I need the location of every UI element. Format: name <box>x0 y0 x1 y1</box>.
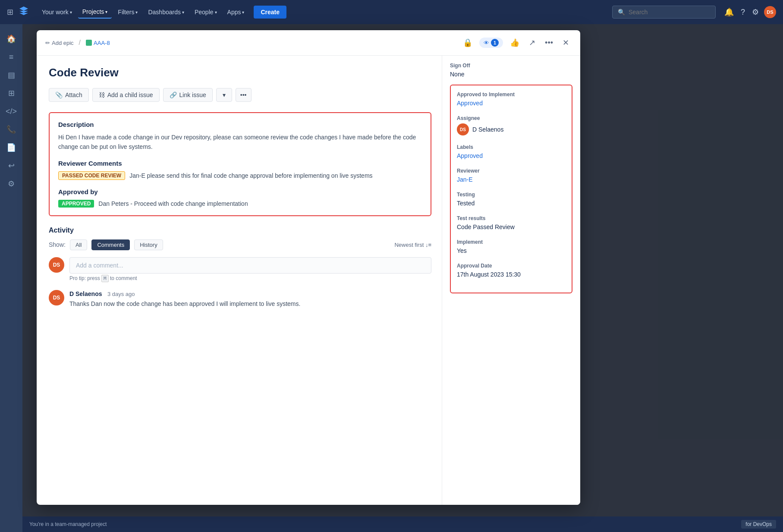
share-icon[interactable]: ↗ <box>526 36 538 49</box>
approved-by-title: Approved by <box>58 188 422 195</box>
chevron-down-icon: ▾ <box>182 10 184 15</box>
user-avatar[interactable]: DS <box>764 6 776 18</box>
bottom-chip: for DevOps <box>741 520 776 529</box>
bottom-right: for DevOps <box>741 520 776 529</box>
link-icon: 🔗 <box>170 91 177 98</box>
dropdown-button[interactable]: ▾ <box>216 88 232 102</box>
issue-title: Code Review <box>49 66 431 79</box>
field-value-labels[interactable]: Approved <box>457 152 566 159</box>
field-value-assignee[interactable]: D Selaenos <box>472 126 503 133</box>
approved-badge: APPROVED <box>58 200 94 208</box>
add-child-issue-button[interactable]: ⛓ Add a child issue <box>92 88 160 102</box>
comment-tip: Pro tip: press M to comment <box>69 275 431 281</box>
sidebar-phone-icon[interactable]: 📞 <box>3 122 19 137</box>
thumbsup-icon[interactable]: 👍 <box>507 36 522 49</box>
reviewer-comment-row: PASSED CODE REVIEW Jan-E please send thi… <box>58 171 422 180</box>
comment-input-area: DS Add a comment... Pro tip: press M to … <box>49 257 431 281</box>
keyboard-shortcut: M <box>101 275 109 282</box>
chevron-down-icon: ▾ <box>223 91 226 98</box>
comment-entry: DS D Selaenos 3 days ago Thanks Dan now … <box>49 290 431 308</box>
modal-header-actions: 🔒 👁 1 👍 ↗ ••• ✕ <box>460 36 572 49</box>
field-label: Approved to Implement <box>457 91 566 98</box>
modal-right-panel: Sign Off None Approved to Implement Appr… <box>442 56 580 505</box>
field-value-implement: Yes <box>457 247 566 254</box>
sign-off-value: None <box>450 71 572 78</box>
comment-author-avatar: DS <box>49 290 64 305</box>
show-label: Show: <box>49 241 66 248</box>
help-icon[interactable]: ? <box>739 6 747 19</box>
activity-section: Activity Show: All Comments History Newe… <box>49 227 431 308</box>
create-button[interactable]: Create <box>254 6 286 19</box>
chevron-down-icon: ▾ <box>242 10 244 15</box>
paperclip-icon: 📎 <box>55 91 63 98</box>
field-value-reviewer[interactable]: Jan-E <box>457 176 566 183</box>
lock-icon[interactable]: 🔒 <box>460 36 475 49</box>
description-box: Description Hi Den I have made a code ch… <box>49 112 431 216</box>
edit-icon: ✏ <box>45 40 50 46</box>
close-icon[interactable]: ✕ <box>560 36 572 49</box>
top-nav: ⊞ Your work ▾ Projects ▾ Filters ▾ Dashb… <box>0 0 783 24</box>
field-labels: Labels Approved <box>457 144 566 159</box>
field-label: Reviewer <box>457 168 566 174</box>
sidebar-backlog-icon[interactable]: ≡ <box>3 49 19 65</box>
filter-all-button[interactable]: All <box>70 239 87 250</box>
modal-body: Code Review 📎 Attach ⛓ Add a child issue… <box>37 56 580 505</box>
field-value-approval-date: 17th August 2023 15:30 <box>457 271 566 278</box>
sidebar-board-icon[interactable]: ▤ <box>3 67 19 83</box>
field-reviewer: Reviewer Jan-E <box>457 168 566 183</box>
more-button[interactable]: ••• <box>236 88 252 102</box>
notifications-icon[interactable]: 🔔 <box>723 6 736 19</box>
sidebar-grid-icon[interactable]: ⊞ <box>3 85 19 101</box>
breadcrumb-issue-link[interactable]: AAA-8 <box>86 40 110 46</box>
current-user-avatar: DS <box>49 257 64 273</box>
settings-icon[interactable]: ⚙ <box>750 6 761 19</box>
sign-off-section: Sign Off None <box>450 63 572 78</box>
watch-count: 1 <box>491 39 499 47</box>
issue-type-icon <box>86 40 92 46</box>
grid-icon[interactable]: ⊞ <box>7 7 13 17</box>
watch-button[interactable]: 👁 1 <box>479 38 503 48</box>
attach-button[interactable]: 📎 Attach <box>49 88 89 102</box>
field-value-testing: Tested <box>457 200 566 207</box>
issue-modal: ✏ Add epic / AAA-8 🔒 👁 1 👍 ↗ ••• ✕ Code … <box>37 30 580 505</box>
sort-button[interactable]: Newest first ↓≡ <box>394 242 431 248</box>
field-implement: Implement Yes <box>457 239 566 254</box>
nav-apps[interactable]: Apps ▾ <box>223 6 249 18</box>
nav-dashboards[interactable]: Dashboards ▾ <box>144 6 189 18</box>
filter-comments-button[interactable]: Comments <box>91 239 130 250</box>
link-issue-button[interactable]: 🔗 Link issue <box>163 88 213 102</box>
search-input[interactable] <box>629 9 710 16</box>
chevron-down-icon: ▾ <box>135 10 138 15</box>
sidebar-settings-icon[interactable]: ⚙ <box>3 176 19 192</box>
field-value-approved-implement[interactable]: Approved <box>457 100 566 107</box>
assignee-avatar: DS <box>457 123 469 135</box>
modal-left-panel: Code Review 📎 Attach ⛓ Add a child issue… <box>37 56 442 505</box>
sidebar-page-icon[interactable]: 📄 <box>3 140 19 155</box>
comment-content: D Selaenos 3 days ago Thanks Dan now the… <box>69 290 300 308</box>
filter-history-button[interactable]: History <box>134 239 163 250</box>
field-approved-to-implement: Approved to Implement Approved <box>457 91 566 107</box>
field-testing: Testing Tested <box>457 192 566 207</box>
description-text: Hi Den I have made a code change in our … <box>58 132 422 152</box>
comment-time: 3 days ago <box>107 291 135 297</box>
field-approval-date: Approval Date 17th August 2023 15:30 <box>457 263 566 278</box>
comment-input-wrapper: Add a comment... Pro tip: press M to com… <box>69 257 431 281</box>
more-options-icon[interactable]: ••• <box>542 37 556 49</box>
sidebar-shortcut-icon[interactable]: ↩ <box>3 158 19 173</box>
breadcrumb-add-epic[interactable]: ✏ Add epic <box>45 40 74 46</box>
nav-filters[interactable]: Filters ▾ <box>113 6 142 18</box>
logo-icon[interactable] <box>19 6 29 19</box>
nav-projects[interactable]: Projects ▾ <box>78 6 112 19</box>
nav-people[interactable]: People ▾ <box>190 6 221 18</box>
nav-your-work[interactable]: Your work ▾ <box>38 6 76 18</box>
nav-icons: 🔔 ? ⚙ DS <box>723 6 776 19</box>
reviewer-text: Jan-E please send this for final code ch… <box>129 171 372 180</box>
comment-body-text: Thanks Dan now the code change has been … <box>69 299 300 308</box>
comment-author-name: D Selaenos <box>69 290 102 297</box>
comment-input-field[interactable]: Add a comment... <box>69 257 431 274</box>
sidebar-code-icon[interactable]: </> <box>3 104 19 119</box>
search-box[interactable]: 🔍 <box>612 6 716 19</box>
eye-icon: 👁 <box>484 40 489 46</box>
left-sidebar: 🏠 ≡ ▤ ⊞ </> 📞 📄 ↩ ⚙ <box>0 24 22 532</box>
sidebar-home-icon[interactable]: 🏠 <box>3 31 19 47</box>
